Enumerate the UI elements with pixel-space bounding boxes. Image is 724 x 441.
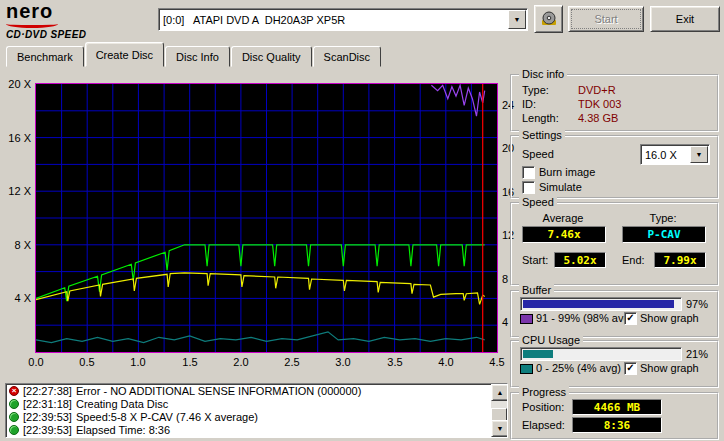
start-value-lcd: 5.02x (554, 252, 606, 268)
burn-image-checkbox[interactable] (522, 166, 535, 179)
left-axis-tick: 8 X (0, 239, 31, 251)
buffer-show-graph-checkbox[interactable]: ✓ (624, 312, 637, 325)
app-window: nero CD·DVD SPEED [0:0] ATAPI DVD A DH20… (0, 0, 724, 441)
left-axis-tick: 20 X (0, 78, 31, 90)
device-select-arrow[interactable]: ▼ (508, 10, 526, 29)
position-value-lcd: 4466 MB (572, 399, 662, 415)
series-buffer-level (431, 85, 484, 116)
error-icon: × (9, 386, 19, 396)
device-select[interactable]: [0:0] ATAPI DVD A DH20A3P XP5R ▼ (158, 8, 528, 31)
logo-brand: nero (6, 2, 86, 20)
start-label: Start: (522, 254, 548, 266)
status-log: × [22:27:38] Error - NO ADDITIONAL SENSE… (5, 383, 508, 438)
progress-title: Progress (519, 386, 569, 398)
disc-length-label: Length: (522, 112, 559, 124)
tab-disc-quality[interactable]: Disc Quality (231, 46, 312, 67)
average-value-lcd: 7.46x (522, 226, 606, 243)
simulate-checkbox[interactable] (522, 181, 535, 194)
log-entry[interactable]: [22:31:18] Creating Data Disc (6, 397, 507, 410)
disc-icon (9, 412, 19, 422)
speed-chart (35, 83, 498, 353)
disc-type-value: DVD+R (578, 84, 616, 96)
speed-group: Speed Average Type: 7.46x P-CAV Start: 5… (510, 202, 719, 286)
progress-group: Progress Position: 4466 MB Elapsed: 8:36 (510, 392, 719, 440)
speed-type-label: Type: (622, 212, 704, 224)
buffer-show-graph-label: Show graph (640, 312, 699, 324)
log-text: Error - NO ADDITIONAL SENSE INFORMATION … (76, 385, 361, 397)
tab-disc-info[interactable]: Disc Info (165, 46, 230, 67)
buffer-meter (520, 297, 682, 311)
settings-group: Settings Speed 16.0 X ▼ Burn image Simul… (510, 135, 719, 199)
left-axis-tick: 16 X (0, 132, 31, 144)
tab-benchmark[interactable]: Benchmark (6, 46, 84, 67)
x-axis-tick: 0.5 (73, 356, 101, 368)
x-axis-tick: 2.0 (227, 356, 255, 368)
cpu-swatch (520, 364, 533, 374)
log-time: [22:39:53] (23, 411, 72, 423)
buffer-title: Buffer (519, 284, 554, 296)
buffer-group: Buffer 97% 91 - 99% (98% avg) ✓ Show gra… (510, 290, 719, 338)
log-entry[interactable]: [22:39:53] Speed:5-8 X P-CAV (7.46 X ave… (6, 410, 507, 423)
end-label: End: (622, 254, 645, 266)
x-axis-tick: 0.0 (22, 356, 50, 368)
buffer-swatch (520, 314, 533, 324)
disc-hand-icon (540, 10, 558, 28)
disc-info-group: Disc info Type: DVD+R ID: TDK 003 Length… (510, 74, 719, 132)
x-axis-tick: 1.5 (176, 356, 204, 368)
position-label: Position: (522, 401, 564, 413)
cpu-title: CPU Usage (519, 334, 583, 346)
x-axis-tick: 3.0 (329, 356, 357, 368)
cpu-show-graph-label: Show graph (640, 362, 699, 374)
disc-tray-button[interactable] (534, 5, 563, 33)
disc-id-label: ID: (522, 98, 536, 110)
scroll-up-button[interactable]: ▲ (491, 384, 508, 401)
elapsed-label: Elapsed: (522, 419, 565, 431)
x-axis-tick: 2.5 (278, 356, 306, 368)
scroll-down-button[interactable]: ▼ (491, 420, 508, 437)
speed-select-value: 16.0 X (641, 149, 689, 161)
log-entry[interactable]: × [22:27:38] Error - NO ADDITIONAL SENSE… (6, 384, 507, 397)
cpu-bar-fill (523, 350, 553, 358)
cpu-show-graph-checkbox[interactable]: ✓ (624, 362, 637, 375)
log-time: [22:39:53] (23, 424, 72, 436)
tab-create-disc[interactable]: Create Disc (85, 42, 164, 67)
x-axis-tick: 4.5 (483, 356, 511, 368)
log-scrollbar[interactable]: ▲ ▼ (491, 384, 507, 437)
disc-icon (9, 399, 19, 409)
speed-setting-label: Speed (522, 148, 554, 160)
log-text: Creating Data Disc (76, 398, 168, 410)
device-select-value: [0:0] ATAPI DVD A DH20A3P XP5R (159, 14, 507, 26)
cpu-meter (520, 347, 682, 361)
buffer-bar-fill (523, 300, 674, 308)
series-average-speed (36, 273, 485, 305)
type-value-lcd: P-CAV (622, 226, 706, 243)
speed-title: Speed (519, 196, 557, 208)
log-text: Speed:5-8 X P-CAV (7.46 X average) (76, 411, 258, 423)
cpu-range: 0 - 25% (4% avg) (536, 362, 621, 374)
disc-id-value: TDK 003 (578, 98, 621, 110)
buffer-percent: 97% (686, 298, 708, 310)
x-axis-tick: 4.0 (432, 356, 460, 368)
log-time: [22:31:18] (23, 398, 72, 410)
log-text: Elapsed Time: 8:36 (76, 424, 170, 436)
elapsed-value-lcd: 8:36 (572, 417, 662, 433)
buffer-range: 91 - 99% (98% avg) (536, 312, 633, 324)
chart-canvas (36, 84, 497, 352)
start-button[interactable]: Start (568, 6, 644, 32)
burn-image-label: Burn image (539, 166, 595, 178)
speed-select[interactable]: 16.0 X ▼ (640, 144, 710, 165)
cpu-group: CPU Usage 21% 0 - 25% (4% avg) ✓ Show gr… (510, 340, 719, 388)
average-label: Average (522, 212, 604, 224)
log-entry[interactable]: [22:39:53] Elapsed Time: 8:36 (6, 423, 507, 436)
left-axis-tick: 12 X (0, 185, 31, 197)
cpu-percent: 21% (686, 348, 708, 360)
simulate-label: Simulate (539, 181, 582, 193)
series-write-speed (36, 245, 485, 301)
disc-icon (9, 425, 19, 435)
end-value-lcd: 7.99x (654, 252, 706, 268)
exit-button[interactable]: Exit (650, 6, 720, 32)
disc-info-title: Disc info (519, 68, 567, 80)
speed-select-arrow[interactable]: ▼ (690, 146, 708, 163)
disc-type-label: Type: (522, 84, 549, 96)
tab-scandisc[interactable]: ScanDisc (313, 46, 381, 67)
